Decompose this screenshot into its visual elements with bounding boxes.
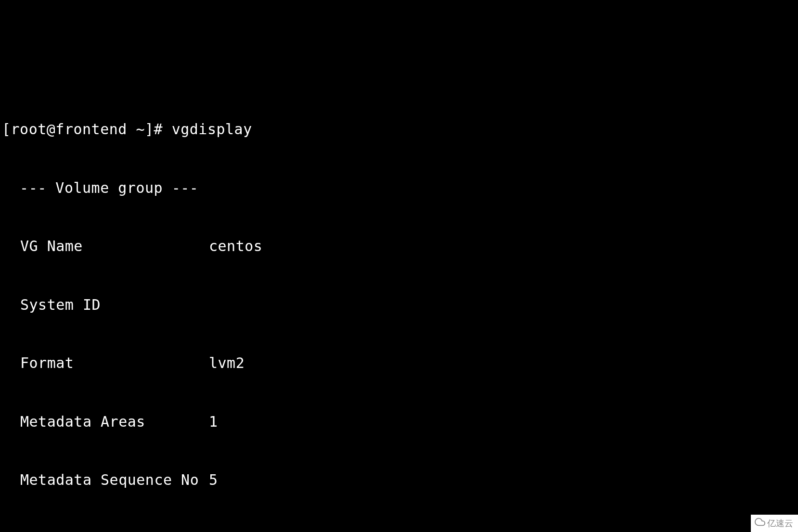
- metadata-areas-label: Metadata Areas: [2, 412, 209, 432]
- shell-prompt: [root@frontend ~]#: [2, 121, 172, 138]
- format-value: lvm2: [209, 355, 245, 371]
- system-id-label: System ID: [2, 295, 209, 315]
- metadata-seq-value: 5: [209, 471, 218, 488]
- vg-section-header: --- Volume group ---: [2, 178, 796, 198]
- vg-name-row: VG Namecentos: [2, 237, 796, 256]
- vg-access-row: VG Accessread/write: [2, 529, 796, 532]
- system-id-row: System ID: [2, 295, 796, 315]
- vg-access-label: VG Access: [2, 529, 209, 532]
- cloud-icon: [755, 517, 765, 530]
- prompt-line: [root@frontend ~]# vgdisplay: [2, 120, 796, 139]
- metadata-areas-row: Metadata Areas1: [2, 412, 796, 432]
- format-row: Formatlvm2: [2, 354, 796, 373]
- vg-access-value: read/write: [209, 530, 298, 532]
- terminal-output[interactable]: [root@frontend ~]# vgdisplay --- Volume …: [2, 81, 796, 532]
- watermark-text: 亿速云: [767, 518, 793, 529]
- metadata-areas-value: 1: [209, 413, 218, 430]
- vg-name-label: VG Name: [2, 237, 209, 256]
- vg-name-value: centos: [209, 238, 262, 254]
- command-text: vgdisplay: [172, 121, 252, 138]
- metadata-seq-label: Metadata Sequence No: [2, 470, 209, 490]
- format-label: Format: [2, 354, 209, 373]
- metadata-seq-row: Metadata Sequence No5: [2, 470, 796, 490]
- watermark-badge: 亿速云: [751, 515, 798, 532]
